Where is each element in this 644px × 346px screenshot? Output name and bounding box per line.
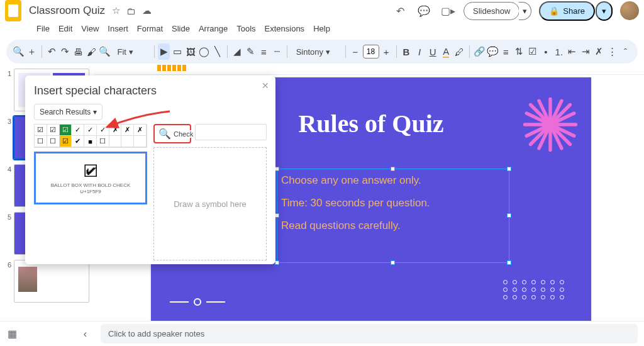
search-input[interactable] <box>174 130 197 138</box>
align-button[interactable]: ≡ <box>500 43 512 60</box>
textbox-tool-icon[interactable]: ▭ <box>171 43 183 60</box>
line-tool-icon[interactable]: ╲ <box>211 43 223 60</box>
toolbar: 🔍 ＋ ↶ ↷ 🖶 🖌 🔍 Fit ▾ ▶ ▭ 🖼 ◯ ╲ ◢ ✎ ≡ ┄ Si… <box>6 40 638 64</box>
rules-text-box[interactable]: Choose any one answer only. Time: 30 sec… <box>277 169 509 263</box>
increase-indent-button[interactable]: ⇥ <box>580 43 592 60</box>
category-select[interactable]: Search Results ▾ <box>34 104 103 120</box>
new-slide-button[interactable]: ＋ <box>26 43 38 60</box>
char-cell[interactable] <box>109 136 122 147</box>
char-cell[interactable]: ✗ <box>121 125 134 136</box>
grid-view-icon[interactable]: ▦ <box>8 328 17 340</box>
collapse-toolbar-button[interactable]: ˆ <box>619 43 631 60</box>
menu-help[interactable]: Help <box>309 21 334 36</box>
collapse-filmstrip-icon[interactable]: ‹ <box>84 328 87 340</box>
user-avatar[interactable] <box>620 1 639 20</box>
char-cell[interactable]: ✓ <box>97 125 109 136</box>
rule-line-2[interactable]: Time: 30 seconds per question. <box>277 192 509 215</box>
speaker-notes-input[interactable]: Click to add speaker notes <box>101 324 638 343</box>
preview-glyph-icon: 🗹 <box>82 162 99 181</box>
menu-insert[interactable]: Insert <box>104 21 132 36</box>
menu-slide[interactable]: Slide <box>168 21 194 36</box>
char-cell[interactable] <box>134 136 147 147</box>
share-dropdown[interactable]: ▾ <box>596 1 613 21</box>
more-button[interactable]: ⋮ <box>606 43 618 60</box>
menu-edit[interactable]: Edit <box>55 21 76 36</box>
chevron-down-icon: ▾ <box>93 108 97 116</box>
border-color-icon[interactable]: ✎ <box>245 43 257 60</box>
zoom-tool-icon[interactable]: 🔍 <box>99 43 111 60</box>
text-color-button[interactable]: A <box>440 43 452 60</box>
char-cell[interactable]: ☑ <box>35 125 47 136</box>
rule-line-3[interactable]: Read questions carefully. <box>277 215 509 237</box>
move-icon[interactable]: 🗀 <box>125 6 138 16</box>
increase-font-button[interactable]: + <box>380 43 392 60</box>
star-icon[interactable]: ☆ <box>110 5 122 16</box>
menu-format[interactable]: Format <box>133 21 167 36</box>
border-weight-icon[interactable]: ≡ <box>258 43 270 60</box>
font-select[interactable]: Sintony ▾ <box>291 47 341 57</box>
menu-tools[interactable]: Tools <box>233 21 259 36</box>
slide-title[interactable]: Rules of Quiz <box>298 109 443 138</box>
app-logo-icon <box>5 0 21 21</box>
menu-view[interactable]: View <box>77 21 103 36</box>
share-label: Share <box>563 6 585 16</box>
close-icon[interactable]: ✕ <box>262 81 269 91</box>
char-cell[interactable]: ✗ <box>134 125 147 136</box>
numbered-list-button[interactable]: 1. <box>553 43 565 60</box>
cloud-status-icon[interactable]: ☁ <box>140 5 153 16</box>
link-button[interactable]: 🔗 <box>474 43 486 60</box>
zoom-select[interactable]: Fit ▾ <box>113 47 150 57</box>
share-button[interactable]: 🔒Share <box>539 1 595 21</box>
history-icon[interactable]: ↶ <box>392 3 408 19</box>
checklist-button[interactable]: ☑ <box>526 43 538 60</box>
speaker-notes-bar: ▦ ‹ Click to add speaker notes <box>0 321 644 346</box>
search-menu-icon[interactable]: 🔍 <box>13 43 25 60</box>
rule-line-1[interactable]: Choose any one answer only. <box>277 169 509 192</box>
underline-button[interactable]: U <box>427 43 439 60</box>
char-cell[interactable]: ☑ <box>60 125 72 136</box>
comments-icon[interactable]: 💬 <box>416 3 432 19</box>
fill-color-icon[interactable]: ◢ <box>231 43 243 60</box>
search-field[interactable]: 🔍 <box>153 124 191 143</box>
char-cell[interactable]: ☐ <box>47 136 60 147</box>
redo-button[interactable]: ↷ <box>59 43 71 60</box>
char-cell-selected[interactable]: ☑ <box>60 136 72 147</box>
char-cell[interactable] <box>121 136 134 147</box>
comment-button[interactable]: 💬 <box>487 43 499 60</box>
line-spacing-button[interactable]: ⇅ <box>513 43 525 60</box>
char-cell[interactable]: ■ <box>84 136 97 147</box>
preview-name: BALLOT BOX WITH BOLD CHECK <box>51 182 131 188</box>
char-cell[interactable]: ☑ <box>47 125 60 136</box>
char-cell[interactable]: ☐ <box>97 136 109 147</box>
document-title[interactable]: Classroom Quiz <box>26 3 108 18</box>
print-button[interactable]: 🖶 <box>72 43 84 60</box>
char-cell[interactable]: ✓ <box>84 125 97 136</box>
char-cell[interactable]: ✗ <box>109 125 122 136</box>
char-cell[interactable]: ✔ <box>72 136 84 147</box>
menu-extensions[interactable]: Extensions <box>261 21 309 36</box>
border-dash-icon[interactable]: ┄ <box>271 43 283 60</box>
slideshow-button[interactable]: Slideshow <box>464 2 519 20</box>
italic-button[interactable]: I <box>413 43 425 60</box>
menu-file[interactable]: File <box>33 21 53 36</box>
char-cell[interactable]: ☐ <box>35 136 47 147</box>
paint-format-button[interactable]: 🖌 <box>86 43 97 60</box>
undo-button[interactable]: ↶ <box>46 43 58 60</box>
font-size-input[interactable] <box>363 45 379 59</box>
bold-button[interactable]: B <box>400 43 412 60</box>
decrease-font-button[interactable]: − <box>349 43 361 60</box>
slideshow-dropdown[interactable]: ▾ <box>519 2 531 20</box>
decrease-indent-button[interactable]: ⇤ <box>566 43 578 60</box>
clear-format-button[interactable]: ✗ <box>593 43 605 60</box>
draw-symbol-area[interactable]: Draw a symbol here <box>153 147 267 260</box>
char-cell[interactable]: ✓ <box>72 125 84 136</box>
shape-tool-icon[interactable]: ◯ <box>198 43 210 60</box>
meet-icon[interactable]: ▢▸ <box>440 3 456 19</box>
image-tool-icon[interactable]: 🖼 <box>184 43 196 60</box>
highlight-button[interactable]: 🖊 <box>453 43 465 60</box>
search-extra-field[interactable] <box>195 124 267 140</box>
slide-thumb-6[interactable] <box>14 260 89 303</box>
bulleted-list-button[interactable]: • <box>540 43 552 60</box>
menu-arrange[interactable]: Arrange <box>195 21 231 36</box>
select-tool-icon[interactable]: ▶ <box>158 43 170 60</box>
